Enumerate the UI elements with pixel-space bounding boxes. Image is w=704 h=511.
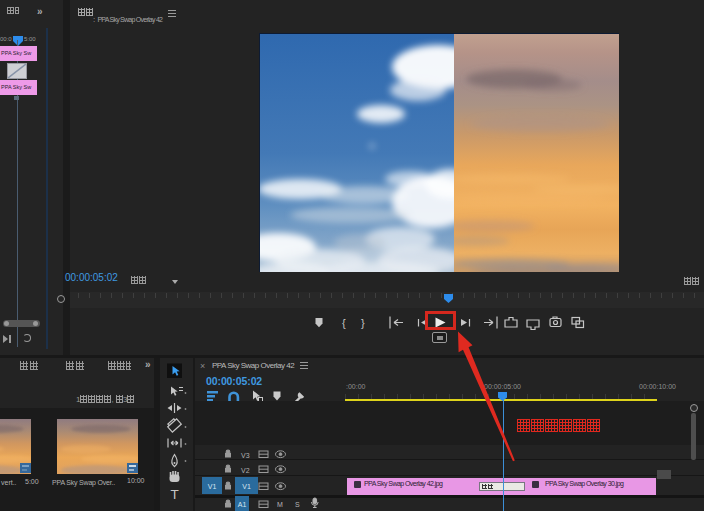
- svg-text:S: S: [295, 501, 300, 508]
- svg-text:T: T: [170, 487, 178, 502]
- svg-text:{: {: [342, 317, 346, 329]
- svg-text:V2: V2: [241, 467, 250, 474]
- svg-text:V1: V1: [208, 483, 217, 490]
- svg-text:}: }: [361, 317, 365, 329]
- svg-text:V3: V3: [241, 452, 250, 459]
- svg-text:M: M: [277, 501, 283, 508]
- svg-text:V1: V1: [242, 483, 251, 490]
- svg-text:A1: A1: [238, 501, 247, 508]
